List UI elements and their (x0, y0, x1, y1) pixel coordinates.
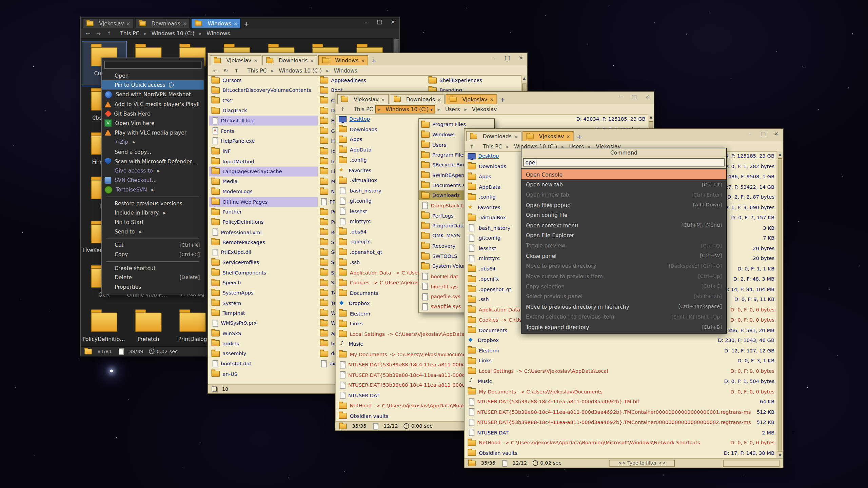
menu-item[interactable]: Delete [Delete] (102, 272, 203, 282)
menu-item[interactable]: Play with VLC media player (102, 128, 203, 137)
file-row[interactable]: RtlExUpd.dll (209, 247, 318, 258)
menu-item[interactable]: 7-Zip (102, 137, 203, 147)
maximize-button[interactable] (503, 55, 511, 62)
tab[interactable]: Vjekoslav (337, 94, 388, 104)
tab[interactable]: Downloads (262, 55, 317, 65)
minimize-button[interactable] (746, 130, 754, 138)
command-item[interactable]: Toggle expand directory [Ctrl+B] (521, 322, 726, 332)
menu-item[interactable]: Properties (102, 282, 203, 292)
file-row[interactable]: NetHood -> C:\Users\Vjekoslav\AppData\Ro… (466, 438, 777, 448)
file-row[interactable]: addins (209, 339, 318, 349)
file-row[interactable]: System (209, 298, 318, 308)
file-row[interactable]: TempInst (209, 308, 318, 318)
file-row[interactable]: Panther (209, 207, 318, 217)
breadcrumb-item[interactable]: This PC (118, 29, 142, 37)
file-row[interactable]: ModemLogs (209, 187, 318, 197)
close-button[interactable] (389, 19, 397, 26)
file-row[interactable]: Cursors (209, 75, 318, 85)
tab-close-icon[interactable] (381, 96, 385, 102)
titlebar[interactable]: Vjekoslav Downloads Vjekoslav (335, 92, 654, 105)
scroll-up-arrow[interactable] (777, 151, 783, 158)
titlebar[interactable]: Vjekoslav Downloads Windows (208, 53, 527, 66)
file-row[interactable]: CSC (209, 96, 318, 106)
tab-close-icon[interactable] (182, 20, 186, 26)
file-row[interactable]: Professional.xml (209, 227, 318, 237)
file-row[interactable]: ServiceProfiles (209, 258, 318, 268)
menu-item[interactable]: Send to (102, 227, 203, 236)
scroll-down-arrow[interactable] (777, 451, 783, 459)
tab[interactable]: Downloads (135, 18, 190, 28)
scrollbar-thumb[interactable] (778, 158, 782, 451)
file-row[interactable]: NTUSER.DAT 2 MB (466, 427, 777, 438)
menu-item[interactable]: Copy [Ctrl+C] (102, 250, 203, 259)
menu-item[interactable]: Pin to Start (102, 217, 203, 227)
tab[interactable]: Downloads (466, 131, 521, 141)
menu-item[interactable]: Restore previous versions (102, 198, 203, 208)
file-row[interactable]: NTUSER.DAT{53b39e88-18c4-11ea-a811-000d3… (466, 417, 777, 427)
breadcrumb-item[interactable]: Windows 10 (C:) (375, 105, 435, 113)
menu-item[interactable]: Open Vim here (102, 118, 203, 128)
file-row[interactable]: Links D: 0, F: 3, 1 KB (466, 356, 777, 366)
menu-item[interactable]: Send with NordVPN Meshnet (102, 90, 203, 99)
file-row[interactable]: AppReadiness (318, 75, 426, 85)
menu-item[interactable] (106, 261, 199, 262)
minimize-button[interactable] (490, 55, 498, 62)
file-row[interactable]: Offline Web Pages (209, 197, 318, 207)
file-row[interactable]: WMSysPr9.prx (209, 318, 318, 328)
menu-item[interactable]: Git Bash Here (102, 109, 203, 118)
menu-item[interactable]: Open (102, 71, 203, 80)
rename-input[interactable] (104, 61, 201, 69)
tab[interactable]: Vjekoslav (522, 131, 574, 141)
new-tab-button[interactable] (575, 133, 583, 141)
menu-item[interactable]: Send a copy... (102, 147, 203, 156)
menu-item[interactable]: Give access to (102, 166, 203, 176)
tab-close-icon[interactable] (310, 58, 314, 64)
grid-item[interactable]: PolicyDefinitions (82, 307, 126, 346)
file-row[interactable]: Eksterni D: 12, F: 127, 12 GB (466, 346, 777, 356)
file-row[interactable]: NTUSER.DAT{53b39e88-18c4-11ea-a811-000d3… (466, 407, 777, 417)
tab[interactable]: Downloads (390, 94, 445, 104)
menu-item[interactable]: TortoiseSVN (102, 185, 203, 195)
command-item[interactable]: Extend selection to previous item [Shift… (521, 312, 726, 322)
tab-close-icon[interactable] (254, 58, 258, 64)
command-item[interactable]: Toggle preview [Ctrl+Q] (521, 241, 726, 251)
command-input[interactable]: ope (523, 158, 725, 166)
file-row[interactable]: INF (209, 146, 318, 156)
file-row[interactable]: Media (209, 177, 318, 187)
breadcrumb-item[interactable]: Windows 10 (C:) (142, 29, 197, 37)
file-row[interactable]: NTUSER.DAT{53b39e88-18c4-11ea-a811-000d3… (466, 397, 777, 407)
file-row[interactable]: My Documents -> C:\Users\Vjekoslav\Docum… (466, 386, 777, 396)
tab[interactable]: Windows (191, 18, 241, 28)
forward-button[interactable] (95, 30, 102, 36)
file-row[interactable]: WinSxS (209, 328, 318, 339)
up-button[interactable] (339, 106, 347, 112)
grid-item[interactable]: Prefetch (126, 307, 171, 346)
command-item[interactable]: Open new tab [Ctrl+T] (521, 180, 726, 190)
minimize-button[interactable] (617, 94, 625, 101)
tab-close-icon[interactable] (566, 133, 570, 139)
command-item[interactable]: Move cursor to previous item [Ctrl+Up] (521, 271, 726, 281)
breadcrumb-item[interactable]: This PC (352, 105, 375, 113)
command-item[interactable]: Open context menu [Ctrl+M] [Menu] (521, 220, 726, 230)
scroll-up-arrow[interactable] (521, 75, 527, 82)
file-row[interactable]: Local Settings -> C:\Users\Vjekoslav\App… (466, 366, 777, 376)
command-item[interactable]: Close panel [Ctrl+W] (521, 251, 726, 261)
file-row[interactable]: Music D: 0, F: 1, 504 bytes (466, 376, 777, 386)
maximize-button[interactable] (375, 19, 383, 26)
tab[interactable]: Vjekoslav (82, 18, 134, 28)
menu-item[interactable]: SVN Checkout... (102, 176, 203, 185)
breadcrumb-item[interactable]: Users (435, 105, 462, 113)
file-row[interactable]: PolicyDefinitions (209, 217, 318, 227)
command-item[interactable]: Select previous panel [Shift+Tab] (521, 291, 726, 302)
file-row[interactable]: HelpPane.exe (209, 136, 318, 146)
file-row[interactable]: DtcInstall.log (209, 116, 318, 126)
file-row[interactable]: assembly (209, 349, 318, 359)
tab-close-icon[interactable] (514, 133, 518, 139)
file-row[interactable]: Fonts (209, 126, 318, 136)
menu-item[interactable]: Pin to Quick access (102, 80, 203, 90)
menu-item[interactable]: Create shortcut (102, 263, 203, 272)
breadcrumb-item[interactable]: Windows 10 (C:) (269, 67, 324, 74)
new-tab-button[interactable] (370, 57, 378, 65)
up-button[interactable] (233, 67, 240, 73)
menu-item[interactable] (106, 238, 199, 239)
